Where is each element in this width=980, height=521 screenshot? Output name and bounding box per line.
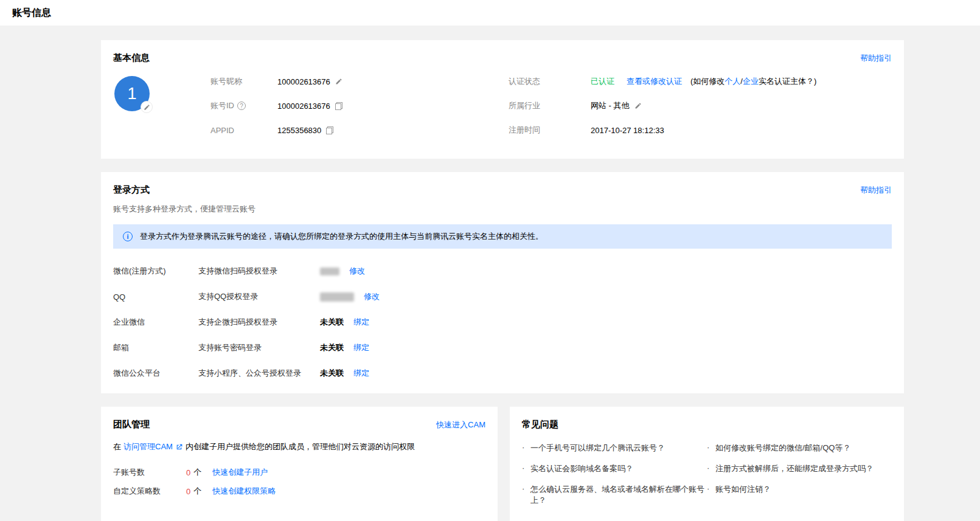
email-status: 未关联 <box>320 342 344 353</box>
team-stats: 子账号数 0 个 快速创建子用户 自定义策略数 0 个 快速创建权限策略 <box>113 467 485 497</box>
create-sub-user-link[interactable]: 快速创建子用户 <box>212 467 268 478</box>
faq-col-2: ·如何修改账号绑定的微信/邮箱/QQ等？ ·注册方式被解绑后，还能绑定成登录方式… <box>707 443 892 516</box>
enterprise-auth-link[interactable]: 企业 <box>743 77 759 86</box>
faq-item[interactable]: ·注册方式被解绑后，还能绑定成登录方式吗？ <box>707 463 892 474</box>
quick-enter-cam-link[interactable]: 快速进入CAM <box>436 419 485 430</box>
login-notice-text: 登录方式作为登录腾讯云账号的途径，请确认您所绑定的登录方式的使用主体与当前腾讯云… <box>140 231 543 242</box>
login-method-desc: 支持小程序、公众号授权登录 <box>198 368 320 379</box>
login-method-name: 邮箱 <box>113 342 198 353</box>
industry-value: 网站 - 其他 <box>591 100 630 111</box>
bind-email-link[interactable]: 绑定 <box>353 342 369 353</box>
cam-link[interactable]: 访问管理CAM <box>123 441 173 452</box>
auth-status-badge: 已认证 <box>591 76 614 87</box>
main-content: 基本信息 帮助指引 1 账号昵称 100002613676 <box>0 26 980 521</box>
sub-account-unit: 个 <box>193 467 201 478</box>
faq-col-1: ·一个手机号可以绑定几个腾讯云账号？ ·实名认证会影响域名备案吗？ ·怎么确认云… <box>522 443 707 516</box>
faq-card: 常见问题 ·一个手机号可以绑定几个腾讯云账号？ ·实名认证会影响域名备案吗？ ·… <box>510 407 904 521</box>
industry-row: 所属行业 网站 - 其他 <box>509 98 892 114</box>
login-notice-banner: i 登录方式作为登录腾讯云账号的途径，请确认您所绑定的登录方式的使用主体与当前腾… <box>113 224 892 249</box>
reg-time-row: 注册时间 2017-10-27 18:12:33 <box>509 122 892 138</box>
faq-item[interactable]: ·如何修改账号绑定的微信/邮箱/QQ等？ <box>707 443 892 454</box>
account-id-value: 100002613676 <box>277 102 330 111</box>
basic-fields-right: 认证状态 已认证 查看或修改认证 (如何修改个人/企业实名认证主体？) 所属行业… <box>509 74 892 147</box>
faq-item[interactable]: ·一个手机号可以绑定几个腾讯云账号？ <box>522 443 707 454</box>
login-help-guide-link[interactable]: 帮助指引 <box>860 185 892 196</box>
bullet-icon: · <box>707 484 715 495</box>
login-method-name: 企业微信 <box>113 317 198 328</box>
appid-label: APPID <box>210 126 277 135</box>
custom-policy-count: 0 <box>186 487 190 496</box>
custom-policy-label: 自定义策略数 <box>113 486 186 497</box>
appid-row: APPID 1255356830 <box>210 122 509 138</box>
login-method-desc: 支持QQ授权登录 <box>198 291 320 302</box>
nickname-label: 账号昵称 <box>210 76 277 87</box>
avatar-column: 1 <box>113 74 210 147</box>
sub-account-label: 子账号数 <box>113 467 186 478</box>
bottom-cards-row: 团队管理 快速进入CAM 在访问管理CAM内创建子用户提供给您的团队成员，管理他… <box>101 407 904 521</box>
reg-time-value: 2017-10-27 18:12:33 <box>591 126 664 135</box>
page-header: 账号信息 <box>0 0 980 26</box>
bind-wecom-link[interactable]: 绑定 <box>353 317 369 328</box>
auth-status-row: 认证状态 已认证 查看或修改认证 (如何修改个人/企业实名认证主体？) <box>509 74 892 89</box>
page-title: 账号信息 <box>12 7 51 19</box>
reg-time-label: 注册时间 <box>509 125 591 136</box>
industry-label: 所属行业 <box>509 100 591 111</box>
info-icon: i <box>123 232 133 241</box>
auth-status-label: 认证状态 <box>509 76 591 87</box>
wechat-official-status: 未关联 <box>320 368 344 379</box>
faq-item[interactable]: ·实名认证会影响域名备案吗？ <box>522 463 707 474</box>
copy-account-id-icon[interactable] <box>335 102 342 110</box>
login-method-name: 微信(注册方式) <box>113 266 198 277</box>
login-row-qq: QQ 支持QQ授权登录 修改 <box>113 291 892 302</box>
faq-item[interactable]: ·账号如何注销？ <box>707 484 892 495</box>
login-methods-card: 登录方式 帮助指引 账号支持多种登录方式，便捷管理云账号 i 登录方式作为登录腾… <box>101 172 904 393</box>
bind-wechat-official-link[interactable]: 绑定 <box>353 368 369 379</box>
login-methods-title: 登录方式 <box>113 184 150 196</box>
appid-value: 1255356830 <box>277 126 321 135</box>
account-id-row: 账号ID ? 100002613676 <box>210 98 509 114</box>
custom-policy-unit: 个 <box>193 486 201 497</box>
login-methods-subtitle: 账号支持多种登录方式，便捷管理云账号 <box>113 204 892 215</box>
login-method-name: 微信公众平台 <box>113 368 198 379</box>
external-link-icon <box>175 443 183 451</box>
faq-item[interactable]: ·怎么确认云服务器、域名或者域名解析在哪个账号上？ <box>522 484 707 506</box>
login-method-desc: 支持账号密码登录 <box>198 342 320 353</box>
account-id-label: 账号ID <box>210 100 234 111</box>
copy-appid-icon[interactable] <box>326 126 333 134</box>
faq-title: 常见问题 <box>522 419 558 430</box>
sub-account-stat-row: 子账号数 0 个 快速创建子用户 <box>113 467 485 478</box>
login-row-wecom: 企业微信 支持企微扫码授权登录 未关联 绑定 <box>113 317 892 328</box>
avatar[interactable]: 1 <box>114 76 150 111</box>
avatar-edit-button[interactable] <box>141 101 153 113</box>
basic-fields-left: 账号昵称 100002613676 账号ID ? 100002613676 <box>210 74 509 147</box>
personal-auth-link[interactable]: 个人 <box>725 77 740 86</box>
bullet-icon: · <box>522 484 530 506</box>
login-method-desc: 支持微信扫码授权登录 <box>198 266 320 277</box>
login-method-desc: 支持企微扫码授权登录 <box>198 317 320 328</box>
basic-info-card: 基本信息 帮助指引 1 账号昵称 100002613676 <box>101 40 904 159</box>
login-row-email: 邮箱 支持账号密码登录 未关联 绑定 <box>113 342 892 353</box>
bullet-icon: · <box>707 463 715 474</box>
team-management-card: 团队管理 快速进入CAM 在访问管理CAM内创建子用户提供给您的团队成员，管理他… <box>101 407 498 521</box>
nickname-row: 账号昵称 100002613676 <box>210 74 509 89</box>
bullet-icon: · <box>522 443 530 454</box>
auth-note: (如何修改个人/企业实名认证主体？) <box>690 76 816 87</box>
modify-qq-link[interactable]: 修改 <box>364 291 380 302</box>
login-method-list: 微信(注册方式) 支持微信扫码授权登录 修改 QQ 支持QQ授权登录 修改 企业… <box>113 266 892 379</box>
faq-columns: ·一个手机号可以绑定几个腾讯云账号？ ·实名认证会影响域名备案吗？ ·怎么确认云… <box>522 443 892 516</box>
modify-wechat-link[interactable]: 修改 <box>349 266 365 277</box>
pencil-icon <box>144 104 150 111</box>
view-modify-auth-link[interactable]: 查看或修改认证 <box>627 76 682 87</box>
sub-account-count: 0 <box>186 468 190 477</box>
login-method-name: QQ <box>113 292 198 302</box>
basic-help-guide-link[interactable]: 帮助指引 <box>860 53 892 64</box>
edit-industry-icon[interactable] <box>634 102 642 109</box>
create-policy-link[interactable]: 快速创建权限策略 <box>212 486 276 497</box>
team-description: 在访问管理CAM内创建子用户提供给您的团队成员，管理他们对云资源的访问权限 <box>113 441 485 452</box>
bullet-icon: · <box>707 443 715 454</box>
masked-wechat-account <box>320 267 339 275</box>
login-row-wechat-official: 微信公众平台 支持小程序、公众号授权登录 未关联 绑定 <box>113 368 892 379</box>
help-question-icon[interactable]: ? <box>237 102 246 110</box>
nickname-value: 100002613676 <box>277 77 330 86</box>
edit-nickname-icon[interactable] <box>335 78 342 85</box>
